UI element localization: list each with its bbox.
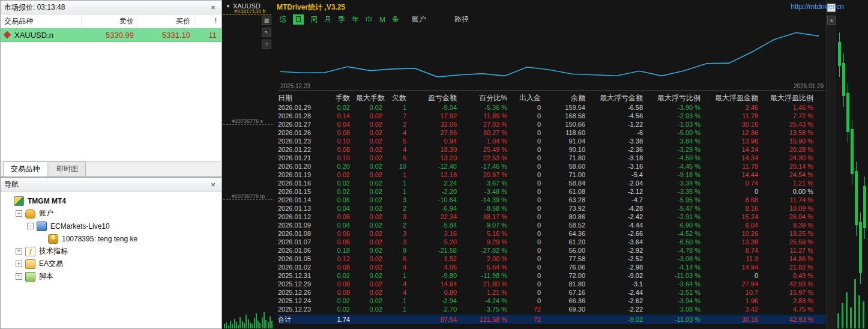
cell-mfl_pct: -5.47 % <box>649 205 707 212</box>
cell-mfp_pct: 11.27 % <box>764 247 819 254</box>
cell-mfp: 11.78 <box>707 163 764 170</box>
volume-bar <box>234 319 235 328</box>
tab-tick-chart[interactable]: 即时图 <box>49 161 86 177</box>
market-watch-close-icon[interactable]: × <box>208 2 218 12</box>
tree-expander-icon[interactable]: + <box>16 273 22 280</box>
tree-item-scripts[interactable]: +脚本 <box>1 270 222 283</box>
stat-row-2026.01.20: 2026.01.200.200.0210-12.40-17.46 %058.60… <box>278 162 825 171</box>
mtdriver-stat-panel: MTDriver统计 ,V3.25 综日周月季年巾M备账户路径 2025.12.… <box>273 0 828 329</box>
cell-max_lots: 0.02 <box>356 272 388 279</box>
cell-pct: -9.07 % <box>463 222 513 229</box>
cell-balance: 118.60 <box>547 129 591 136</box>
stat-menu-item-10[interactable]: 账户 <box>412 14 426 25</box>
cell-lots: 0.20 <box>328 163 356 170</box>
tree-item-accounts[interactable]: −账户 <box>1 207 222 220</box>
cell-date: 2026.01.26 <box>278 129 328 136</box>
stat-row-2026.01.02: 2026.01.020.080.0244.065.64 %076.06-2.98… <box>278 263 825 271</box>
cell-mfp: 0.74 <box>707 180 764 187</box>
stat-menu-item-5[interactable]: 季 <box>338 14 345 25</box>
cell-pct: 5.16 % <box>463 230 513 237</box>
stat-menu-item-11[interactable]: 路径 <box>454 14 469 25</box>
stat-menu-item-2[interactable]: 日 <box>293 14 304 25</box>
cell-pct: -14.39 % <box>463 196 513 204</box>
chart-cursor-button[interactable]: ↖ <box>262 28 271 37</box>
cell-balance: 159.54 <box>547 104 591 111</box>
column-symbol[interactable]: 交易品种 <box>1 14 81 28</box>
cell-lots: 0.18 <box>328 247 356 254</box>
cell-profit: -9.04 <box>412 104 463 111</box>
tree-expander-icon[interactable]: − <box>27 223 34 229</box>
stat-menu-item-7[interactable]: 巾 <box>366 14 373 25</box>
cell-in_out: 0 <box>513 104 547 111</box>
stat-row-2026.01.21: 2026.01.210.100.02513.2022.53 %071.80-3.… <box>278 154 825 162</box>
cell-mfl_pct: -3.08 % <box>649 255 707 262</box>
tree-item-experts[interactable]: +EA交易 <box>1 258 222 270</box>
tree-expander-icon[interactable]: + <box>16 248 22 255</box>
chart-scrollbar[interactable] <box>826 0 836 329</box>
stat-menu-item-1[interactable]: 综 <box>279 14 286 25</box>
cell-in_out: 0 <box>513 213 547 220</box>
tree-label: 脚本 <box>39 271 53 282</box>
cell-profit: 32.06 <box>412 121 463 128</box>
volume-bar <box>842 303 843 328</box>
column-header: 最大浮盈金额 <box>707 93 764 103</box>
cell-in_out: 0 <box>513 137 547 145</box>
cell-lots: 0.10 <box>328 154 356 161</box>
cell-mfp: 15.24 <box>707 213 764 220</box>
tree-expander-icon[interactable]: + <box>16 261 22 267</box>
cell-lots: 0.10 <box>328 137 356 145</box>
cell-profit: -12.40 <box>412 163 463 170</box>
cell-mfp: 10.7 <box>707 289 764 296</box>
cell-profit: -2.24 <box>412 180 463 187</box>
mtdriver-link[interactable]: http://mtdriver.cn <box>791 2 844 11</box>
cell-date: 2026.01.16 <box>278 180 328 187</box>
candlestick <box>859 222 862 273</box>
stat-table-header: 日期手数最大手数欠数盈亏金额百分比%出入金余额最大浮亏金额最大浮亏比例最大浮盈金… <box>278 92 825 103</box>
cell-mfp_pct: 2.83 % <box>764 297 819 304</box>
cell-count: 1 <box>388 272 412 279</box>
cell-count: 5 <box>388 137 412 145</box>
cell-mfp: 14.94 <box>707 264 764 271</box>
chevron-down-icon[interactable]: ▼ <box>226 4 231 9</box>
column-ask[interactable]: 买价 <box>137 14 194 28</box>
tree-item-user[interactable]: 10078395: teng teng ke <box>1 232 222 245</box>
volume-bar <box>256 313 257 328</box>
cell-lots: 0.02 <box>328 306 356 313</box>
scroll-up-icon[interactable]: ▲ <box>827 16 836 25</box>
cell-max_lots: 0.02 <box>356 247 388 254</box>
chart-objects-button[interactable]: ▦ <box>262 16 271 25</box>
symbol-row-xauusd[interactable]: XAUUSD.n 5330.99 5331.10 11 <box>1 28 222 42</box>
volume-bar <box>228 325 229 328</box>
tree-item-platform[interactable]: TMGM MT4 <box>1 195 222 207</box>
column-spread[interactable]: ! <box>194 14 220 28</box>
tab-symbols[interactable]: 交易品种 <box>3 161 47 177</box>
stat-menu-item-4[interactable]: 月 <box>324 14 331 25</box>
stat-row-2026.01.13: 2026.01.130.040.022-6.94-8.58 %073.92-4.… <box>278 204 825 213</box>
tree-expander-icon[interactable]: − <box>16 210 22 217</box>
volume-bar <box>232 324 233 328</box>
chart-help-button[interactable]: ? <box>262 40 271 49</box>
navigator-close-icon[interactable]: × <box>208 180 218 189</box>
cell-date: 2025.12.24 <box>278 297 328 304</box>
cell-profit: 0.80 <box>412 289 463 296</box>
cell-lots: 0.02 <box>328 180 356 187</box>
cell-profit: 27.56 <box>412 129 463 136</box>
cell-mfp: 14.24 <box>707 146 764 153</box>
volume-bar <box>242 321 243 328</box>
stat-menu-item-3[interactable]: 周 <box>310 14 318 25</box>
tree-item-indicators[interactable]: +技术指标 <box>1 245 222 258</box>
cell-mfl: -4.56 <box>591 112 649 119</box>
volume-bar <box>265 320 267 328</box>
stat-menu-item-9[interactable]: 备 <box>392 14 399 25</box>
navigator-titlebar[interactable]: 导航 × <box>1 178 222 192</box>
column-bid[interactable]: 卖价 <box>81 14 137 28</box>
cell-balance: 58.52 <box>547 222 591 229</box>
stat-menu-item-6[interactable]: 年 <box>352 14 359 25</box>
cell-count: 2 <box>388 205 412 212</box>
chart-area[interactable]: ▼XAUUSD #23417132 b ▦ ↖ ? #23735776 s #2… <box>222 0 868 329</box>
cell-max_lots: 0.02 <box>356 230 388 237</box>
tree-item-server[interactable]: −ECMarkets-Live10 <box>1 220 222 232</box>
cell-mfp_pct: 21.82 % <box>764 264 819 271</box>
stat-menu-item-8[interactable]: M <box>379 16 385 24</box>
market-watch-titlebar[interactable]: 市场报价: 03:13:48 × <box>1 1 222 14</box>
